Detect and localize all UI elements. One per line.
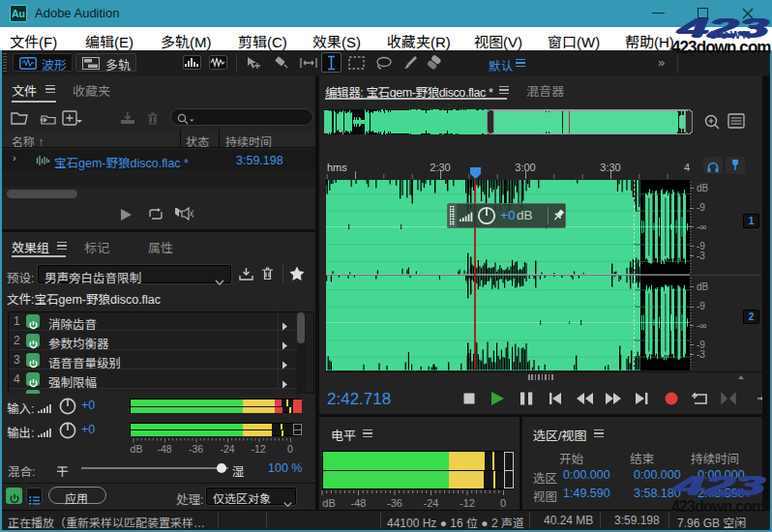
svg-text:-9: -9 (697, 301, 705, 311)
svg-text:-∞: -∞ (697, 222, 706, 232)
svg-text:-∞: -∞ (697, 320, 706, 331)
svg-text:0: 0 (500, 497, 506, 509)
svg-text:-12: -12 (251, 443, 265, 455)
svg-text:3:00: 3:00 (515, 162, 535, 173)
svg-text:-3: -3 (697, 251, 705, 261)
svg-text:2:30: 2:30 (430, 162, 450, 173)
svg-text:-48: -48 (351, 497, 367, 509)
svg-text:dB: dB (322, 497, 335, 509)
svg-text:-3: -3 (697, 349, 705, 360)
svg-text:-36: -36 (387, 497, 402, 509)
svg-text:-48: -48 (157, 443, 171, 455)
svg-text:3:30: 3:30 (600, 162, 620, 173)
svg-text:dB: dB (131, 443, 143, 455)
svg-text:-36: -36 (189, 443, 203, 455)
svg-text:hms: hms (327, 162, 347, 173)
svg-text:dB: dB (697, 281, 709, 292)
svg-text:dB: dB (697, 183, 709, 193)
svg-text:0: 0 (287, 443, 293, 455)
svg-text:-12: -12 (460, 497, 475, 509)
svg-text:-9: -9 (697, 202, 705, 213)
svg-text:-24: -24 (424, 497, 439, 509)
svg-text:-24: -24 (220, 443, 234, 455)
